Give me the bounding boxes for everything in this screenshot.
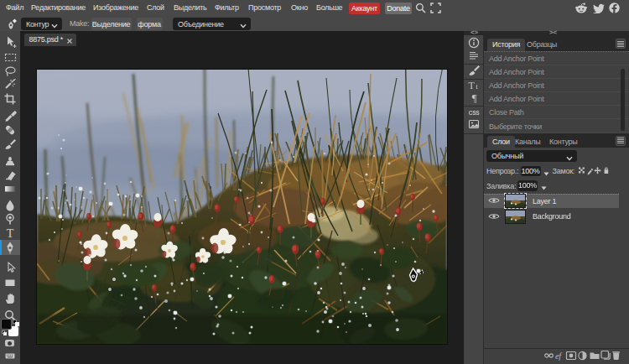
svg-text:T: T (468, 80, 475, 91)
svg-text:t: t (476, 82, 478, 91)
svg-text:¶: ¶ (472, 91, 477, 104)
svg-text:T: T (7, 227, 14, 240)
svg-text:ef: ef (555, 351, 562, 360)
svg-text:CSS: CSS (469, 110, 481, 116)
